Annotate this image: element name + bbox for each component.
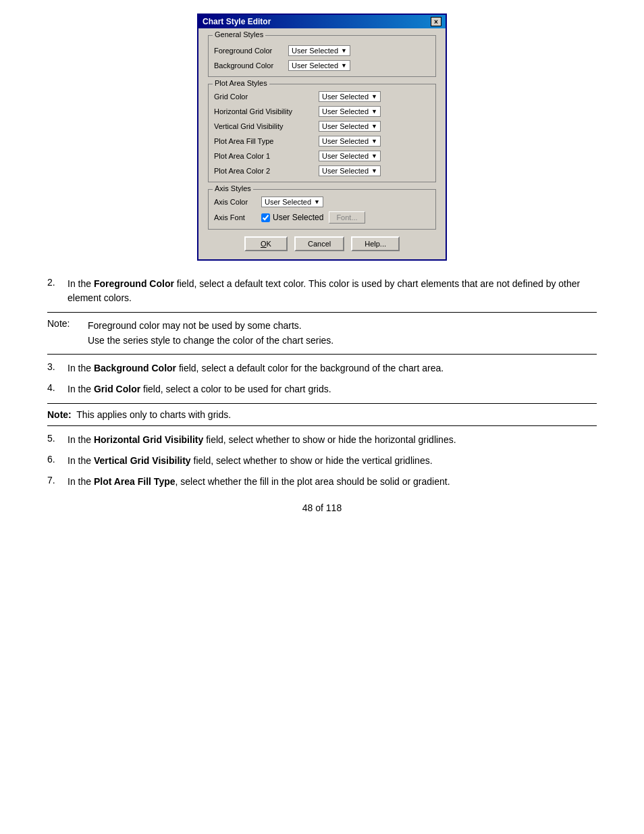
item-number-5: 5. [47,433,68,447]
foreground-color-dropdown[interactable]: User Selected ▼ [288,45,350,56]
plot-fill-type-dropdown[interactable]: User Selected ▼ [319,136,381,147]
note-bold: Note: [47,409,72,420]
axis-color-dropdown[interactable]: User Selected ▼ [261,197,323,207]
grid-color-value: User Selected [322,93,369,101]
note-label-2: Note: [47,409,76,420]
plot-fill-type-row: Plot Area Fill Type User Selected ▼ [214,136,430,147]
plot-color1-row: Plot Area Color 1 User Selected ▼ [214,151,430,161]
ok-rest: K [267,240,271,248]
horiz-grid-value: User Selected [322,107,369,115]
ok-button[interactable]: OK [244,236,288,251]
list-item-6: 6. In the Vertical Grid Visibility field… [47,454,597,468]
item-text-6: In the Vertical Grid Visibility field, s… [68,454,433,468]
axis-styles-group: Axis Styles Axis Color User Selected ▼ A… [208,189,436,230]
foreground-color-value: User Selected [292,47,338,55]
note-line-2: Use the series style to change the color… [88,333,333,348]
axis-font-row: Axis Font User Selected Font... [214,211,430,224]
plot-fill-type-label: Plot Area Fill Type [214,137,319,145]
note-content-1: Foreground color may not be used by some… [88,318,333,348]
axis-font-checkbox[interactable] [261,213,270,222]
bold-horiz: Horizontal Grid Visibility [94,434,203,445]
item-text-7: In the Plot Area Fill Type, select wheth… [68,475,450,489]
axis-styles-legend: Axis Styles [213,184,253,192]
dropdown-arrow-4: ▼ [371,108,377,115]
item-number-2: 2. [47,277,68,305]
note-label-1: Note: [47,318,88,348]
dropdown-arrow-2: ▼ [341,62,347,69]
bold-foreground: Foreground Color [94,278,174,289]
grid-color-label: Grid Color [214,93,319,101]
foreground-color-row: Foreground Color User Selected ▼ [214,45,430,56]
item-number-7: 7. [47,475,68,489]
horiz-grid-row: Horizontal Grid Visibility User Selected… [214,106,430,117]
plot-fill-type-value: User Selected [322,137,369,145]
plot-color2-row: Plot Area Color 2 User Selected ▼ [214,165,430,176]
dropdown-arrow-3: ▼ [371,93,377,100]
item-text-5: In the Horizontal Grid Visibility field,… [68,433,456,447]
note-text-2: This applies only to charts with grids. [76,409,231,420]
bold-vert: Vertical Grid Visibility [94,455,191,466]
item-text-2: In the Foreground Color field, select a … [68,277,597,305]
page-number: 48 of 118 [47,502,597,513]
dialog-buttons: OK Cancel Help... [208,236,436,251]
axis-color-value: User Selected [265,198,311,206]
vert-grid-value: User Selected [322,122,369,130]
axis-font-checkbox-label: User Selected [273,213,323,222]
general-styles-legend: General Styles [213,30,265,38]
dropdown-arrow-7: ▼ [371,153,377,159]
list-item-7: 7. In the Plot Area Fill Type, select wh… [47,475,597,489]
font-button[interactable]: Font... [329,211,365,224]
horiz-grid-dropdown[interactable]: User Selected ▼ [319,106,381,117]
bold-grid: Grid Color [94,384,140,394]
axis-color-row: Axis Color User Selected ▼ [214,197,430,207]
list-item-4: 4. In the Grid Color field, select a col… [47,382,597,396]
dialog-titlebar: Chart Style Editor × [198,15,446,28]
item-text-4: In the Grid Color field, select a color … [68,382,331,396]
background-color-value: User Selected [292,61,338,70]
main-content: 2. In the Foreground Color field, select… [41,277,603,513]
foreground-color-label: Foreground Color [214,47,288,55]
grid-color-row: Grid Color User Selected ▼ [214,91,430,102]
background-color-label: Background Color [214,61,288,70]
note-box-2: Note: This applies only to charts with g… [47,403,597,426]
bold-plot-fill: Plot Area Fill Type [94,476,176,487]
item-number-4: 4. [47,382,68,396]
dropdown-arrow-5: ▼ [371,123,377,130]
plot-color1-value: User Selected [322,152,369,160]
dialog-title: Chart Style Editor [203,17,271,26]
list-item-3: 3. In the Background Color field, select… [47,361,597,375]
help-button[interactable]: Help... [351,236,400,251]
cancel-label: Cancel [308,240,331,248]
vert-grid-dropdown[interactable]: User Selected ▼ [319,121,381,132]
cancel-button[interactable]: Cancel [294,236,344,251]
background-color-row: Background Color User Selected ▼ [214,60,430,71]
close-button[interactable]: × [431,17,441,26]
help-label: Help... [365,240,386,248]
list-item-2: 2. In the Foreground Color field, select… [47,277,597,305]
horiz-grid-label: Horizontal Grid Visibility [214,107,319,115]
plot-color2-label: Plot Area Color 2 [214,167,319,175]
plot-area-styles-legend: Plot Area Styles [213,79,269,87]
plot-color2-dropdown[interactable]: User Selected ▼ [319,165,381,176]
dialog-container: Chart Style Editor × General Styles Fore… [41,14,603,261]
axis-color-label: Axis Color [214,198,261,206]
dropdown-arrow-9: ▼ [314,199,320,205]
grid-color-dropdown[interactable]: User Selected ▼ [319,91,381,102]
list-item-5: 5. In the Horizontal Grid Visibility fie… [47,433,597,447]
plot-color1-dropdown[interactable]: User Selected ▼ [319,151,381,161]
chart-style-editor-dialog: Chart Style Editor × General Styles Fore… [197,14,447,261]
item-text-3: In the Background Color field, select a … [68,361,444,375]
dialog-body: General Styles Foreground Color User Sel… [198,28,446,259]
note-box-1: Note: Foreground color may not be used b… [47,312,597,355]
item-number-3: 3. [47,361,68,375]
vert-grid-row: Vertical Grid Visibility User Selected ▼ [214,121,430,132]
item-number-6: 6. [47,454,68,468]
dropdown-arrow: ▼ [341,47,347,54]
axis-font-checkbox-row: User Selected Font... [261,211,365,224]
dropdown-arrow-6: ▼ [371,138,377,145]
note-line-1: Foreground color may not be used by some… [88,318,333,333]
dropdown-arrow-8: ▼ [371,167,377,174]
plot-color1-label: Plot Area Color 1 [214,152,319,160]
ok-underline: O [261,240,267,248]
background-color-dropdown[interactable]: User Selected ▼ [288,60,350,71]
